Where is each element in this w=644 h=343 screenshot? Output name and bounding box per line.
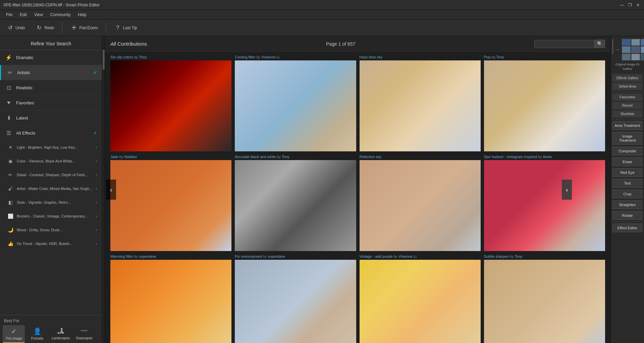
sidebar-subitem-on-trend[interactable]: 👍 On Trend - Hipster, HDR, Bokeh... › [0, 237, 102, 251]
btn-text[interactable]: Text [612, 179, 642, 188]
thumb-refection[interactable] [360, 160, 481, 251]
sidebar-subitem-style[interactable]: ◧ Style - Vignette, Graphic, Retro... › [0, 196, 102, 209]
thumb-spe[interactable] [484, 160, 605, 251]
btn-area-treatment[interactable]: Area Treatment [612, 121, 642, 130]
thumb-subtle[interactable] [484, 260, 605, 343]
caption-link-warming[interactable]: Warming filter [110, 254, 133, 258]
best-for-this-image[interactable]: ✓ This Image [3, 325, 25, 343]
sidebar-item-all-effects[interactable]: ☰ All Effects ✓ [0, 126, 102, 141]
sidebar-subitem-artist[interactable]: 🖌 Artist - Water Color, Mixed Media, Van… [0, 182, 102, 196]
btn-image-treatment[interactable]: Image Treatment [612, 132, 642, 145]
caption-link-refection[interactable]: Refection arp [360, 155, 381, 159]
btn-red-eye[interactable]: Red Eye [612, 168, 642, 177]
menu-edit[interactable]: Edit [16, 11, 30, 18]
caption-link-vintage[interactable]: Vintage - add purple [360, 254, 393, 258]
thumb-vintage[interactable] [360, 260, 481, 343]
original-preview-img[interactable] [612, 39, 613, 54]
gallery-cell-9[interactable] [641, 54, 644, 60]
sidebar-item-favorites[interactable]: ♥ Favorites [0, 95, 102, 110]
gallery-cell-2[interactable] [631, 39, 640, 46]
sidebar-subitem-detail[interactable]: ✏ Detail - Contrast, Sharpen, Depth of F… [0, 168, 102, 182]
caption-subtle: Subtle sharpen by Tony [484, 254, 605, 258]
gallery-cell-3[interactable] [641, 39, 644, 46]
sidebar-item-latest[interactable]: ⬇ Latest [0, 110, 102, 126]
thumb-hazy[interactable] [360, 60, 481, 151]
caption-link-fix[interactable]: Fix overexposed [235, 254, 262, 258]
author-superdave-2[interactable]: superdave [268, 254, 285, 258]
thumb-fix[interactable] [235, 260, 356, 343]
author-vivienne-2[interactable]: Vivienne Li [398, 254, 417, 258]
sidebar-scroll[interactable]: ⚡ Dramatic ✏ Artistic ✓ ⊡ Realistic ♥ Fa… [0, 50, 102, 315]
panzoom-button[interactable]: ✛ Pan/Zoom [68, 23, 100, 33]
author-vivienne-1[interactable]: Vivienne Li [261, 55, 279, 59]
caption-link-pop[interactable]: Pop [484, 55, 491, 59]
btn-straighten[interactable]: Straighten [612, 200, 642, 209]
btn-composite[interactable]: Composite [612, 147, 642, 155]
sidebar-subitem-borders[interactable]: ⬜ Borders - Classic, Vintage, Contempora… [0, 209, 102, 223]
tab-effects-gallery[interactable]: Effects Gallery [612, 74, 643, 82]
caption-link-spe[interactable]: Spe hudson - instagram inspired [484, 155, 537, 159]
author-superdave-1[interactable]: superdave [139, 254, 156, 258]
caption-link-jade[interactable]: Jade [110, 155, 118, 159]
thumb-pop[interactable] [484, 60, 605, 151]
sidebar-item-dramatic[interactable]: ⚡ Dramatic [0, 50, 102, 65]
best-for-landscapes[interactable]: 🏞 Landscapes [50, 325, 72, 343]
sidebar-subitem-mood[interactable]: 🌙 Mood - Gritty, Snow, Dusk... › [0, 223, 102, 237]
gallery-cell-8[interactable] [631, 54, 640, 60]
sidebar-item-realistic[interactable]: ⊡ Realistic [0, 80, 102, 95]
author-tony-4[interactable]: Tony [515, 254, 522, 258]
undo-button[interactable]: ↺ Undo [4, 23, 28, 33]
thumb-sin-city[interactable] [110, 60, 231, 151]
gallery-cell-4[interactable] [622, 46, 631, 53]
thumb-cooling[interactable] [235, 60, 356, 151]
thumb-warming[interactable] [110, 260, 231, 343]
author-tony-3[interactable]: Tony [282, 155, 289, 159]
sidebar-subitem-light[interactable]: ☀ Light - Brighten, High Key, Low Key...… [0, 141, 102, 154]
redo-button[interactable]: ↻ Redo [33, 23, 57, 33]
btn-crop[interactable]: Crop [612, 190, 642, 198]
minimize-button[interactable]: — [619, 2, 625, 8]
author-tony-1[interactable]: Tony [139, 55, 147, 59]
btn-rotate[interactable]: Rotate [612, 211, 642, 220]
thumb-bw[interactable] [235, 160, 356, 251]
caption-link-cooling[interactable]: Cooling filter [235, 55, 255, 59]
search-bar: 🔍 [534, 40, 605, 48]
best-for-seascapes[interactable]: 〰 Seascapes [73, 325, 95, 343]
author-arwin[interactable]: Arwin [543, 155, 552, 159]
right-panel: → [610, 36, 644, 343]
btn-effect-editor[interactable]: Effect Editor [612, 224, 642, 232]
borders-label: Borders - Classic, Vintage, Contemporary… [17, 214, 96, 218]
sidebar-subitem-color[interactable]: ◉ Color - Vibrance, Black And White... › [0, 154, 102, 168]
caption-link-hazy[interactable]: Hazy blue sky [360, 55, 382, 59]
tab-recent[interactable]: Recent [612, 102, 643, 109]
caption-link-subtle[interactable]: Subtle sharpen [484, 254, 509, 258]
tab-shortlists[interactable]: Shortlists [612, 110, 643, 118]
gallery-cell-6[interactable] [641, 46, 644, 53]
restore-button[interactable]: ❐ [627, 2, 633, 8]
best-for-portraits[interactable]: 👤 Portraits [26, 325, 48, 343]
lasttip-button[interactable]: ? Last Tip [112, 23, 140, 33]
caption-link-bw[interactable]: Accurate black and white [235, 155, 276, 159]
tab-favourites[interactable]: Favourites [612, 93, 643, 101]
sidebar-item-artistic[interactable]: ✏ Artistic ✓ [0, 65, 102, 80]
menu-community[interactable]: Community [47, 11, 74, 18]
menu-help[interactable]: Help [75, 11, 90, 18]
left-scrollbar-thumb[interactable] [103, 50, 105, 70]
search-input[interactable] [534, 40, 595, 48]
caption-link-sin-city[interactable]: Sin city colors [110, 55, 133, 59]
btn-erase[interactable]: Erase [612, 157, 642, 166]
prev-page-button[interactable]: ‹ [106, 180, 116, 200]
gallery-cell-5[interactable] [631, 46, 640, 53]
author-tony-2[interactable]: Tony [496, 55, 504, 59]
close-button[interactable]: ✕ [635, 2, 641, 8]
search-button[interactable]: 🔍 [595, 40, 605, 48]
gallery-cell-1[interactable] [622, 39, 631, 46]
left-scrollbar[interactable] [102, 36, 105, 343]
menu-file[interactable]: File [3, 11, 16, 18]
thumb-jade[interactable] [110, 160, 231, 251]
next-page-button[interactable]: › [562, 180, 572, 200]
gallery-cell-7[interactable] [622, 54, 631, 60]
menu-view[interactable]: View [31, 11, 46, 18]
author-naddez[interactable]: Naddez [124, 155, 137, 159]
tab-select-area[interactable]: Select Area [612, 83, 643, 90]
